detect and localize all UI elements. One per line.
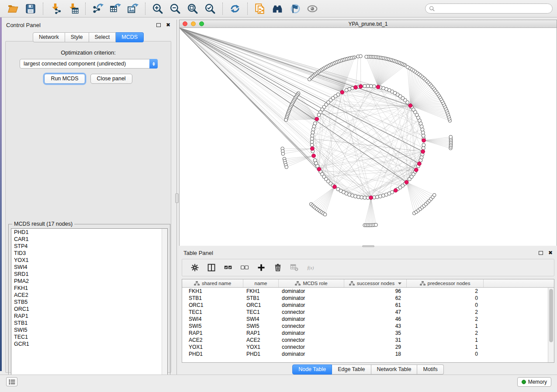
refresh-icon	[229, 3, 241, 14]
import-table-button[interactable]	[66, 2, 80, 15]
cell-succ: 62	[344, 295, 407, 302]
table-row[interactable]: TEC1TEC1connector472	[182, 309, 548, 316]
column-label: successor nodes	[357, 281, 394, 286]
binoculars-button[interactable]	[271, 2, 284, 15]
zoom-in-button[interactable]	[151, 2, 164, 15]
vertical-splitter[interactable]	[175, 20, 179, 375]
save-icon	[25, 3, 36, 14]
export-network-button[interactable]	[91, 2, 104, 15]
cell-pred: 0	[407, 302, 484, 309]
table-row[interactable]: ORC1ORC1dominator610	[182, 302, 548, 309]
network-window-titlebar[interactable]: YPA_prune.txt_1	[180, 20, 557, 28]
zoom-fit-icon	[187, 3, 198, 14]
open-folder-button[interactable]	[7, 2, 20, 15]
table-row[interactable]: ACE2ACE2connector311	[182, 337, 548, 344]
table-row[interactable]: STB1STB1dominator620	[182, 295, 548, 302]
tab-edge-table[interactable]: Edge Table	[332, 364, 371, 375]
criterion-value: largest connected component (undirected)	[20, 61, 149, 67]
network-canvas[interactable]	[180, 28, 557, 246]
column-header-name[interactable]: name	[243, 279, 279, 287]
export-table-button[interactable]	[109, 2, 122, 15]
result-node-item[interactable]: CAR1	[11, 236, 167, 243]
float-panel-icon[interactable]	[539, 251, 543, 255]
result-node-item[interactable]: ACE2	[11, 292, 167, 299]
result-node-item[interactable]: PHD1	[11, 229, 167, 236]
result-node-item[interactable]: ORC1	[11, 306, 167, 313]
tab-node-table[interactable]: Node Table	[292, 364, 332, 375]
table-row[interactable]: YOX1YOX1connector291	[182, 344, 548, 351]
result-node-item[interactable]: RAP1	[11, 313, 167, 320]
close-panel-button[interactable]: Close panel	[90, 74, 132, 84]
cell-name: STB1	[243, 295, 279, 302]
result-node-item[interactable]: FKH1	[11, 285, 167, 292]
result-node-item[interactable]: STP4	[11, 243, 167, 250]
memory-button[interactable]: Memory	[517, 377, 551, 387]
save-button[interactable]	[24, 2, 37, 15]
tab-network[interactable]: Network	[33, 32, 65, 42]
tab-style[interactable]: Style	[65, 32, 89, 42]
column-header-filler	[484, 279, 554, 287]
delete-table-button[interactable]	[288, 262, 301, 273]
result-node-item[interactable]: STB5	[11, 299, 167, 306]
column-header-MCDS-role[interactable]: MCDS role	[279, 279, 344, 287]
result-node-item[interactable]: PMA2	[11, 278, 167, 285]
result-node-item[interactable]: YOX1	[11, 257, 167, 264]
table-row[interactable]: PHD1PHD1dominator180	[182, 351, 548, 358]
import-network-button[interactable]	[49, 2, 62, 15]
tab-motifs[interactable]: Motifs	[417, 364, 443, 375]
close-panel-icon[interactable]: ✖	[166, 23, 170, 27]
select-all-button[interactable]	[221, 262, 235, 273]
tab-network-table[interactable]: Network Table	[371, 364, 418, 375]
float-panel-icon[interactable]	[156, 23, 161, 27]
result-node-item[interactable]: TID3	[11, 250, 167, 257]
result-node-item[interactable]: SRD1	[11, 271, 167, 278]
table-row[interactable]: SWI5SWI5connector431	[182, 323, 548, 330]
criterion-dropdown[interactable]: largest connected component (undirected)	[20, 59, 158, 69]
gear-button[interactable]	[188, 262, 201, 273]
result-node-item[interactable]: GCR1	[11, 340, 167, 347]
zoom-fit-button[interactable]	[186, 2, 199, 15]
cell-role: dominator	[279, 302, 344, 309]
column-label: MCDS role	[303, 281, 327, 286]
cell-pred: 2	[407, 288, 484, 295]
close-panel-icon[interactable]: ✖	[548, 251, 553, 255]
column-header-successor-nodes[interactable]: successor nodes	[344, 279, 407, 287]
result-node-item[interactable]: SWI4	[11, 264, 167, 271]
task-history-button[interactable]	[6, 377, 17, 386]
columns-icon	[207, 263, 216, 272]
column-header-predecessor-nodes[interactable]: predecessor nodes	[407, 279, 484, 287]
table-scrollbar[interactable]	[548, 288, 554, 362]
clone-network-button[interactable]	[253, 2, 266, 15]
columns-button[interactable]	[205, 262, 218, 273]
refresh-button[interactable]	[228, 2, 242, 15]
add-button[interactable]	[255, 262, 268, 273]
tab-mcds[interactable]: MCDS	[116, 32, 144, 42]
result-node-item[interactable]: STB1	[11, 320, 167, 327]
attribute-icon	[295, 281, 301, 285]
table-row[interactable]: SWI4SWI4dominator462	[182, 316, 548, 323]
export-image-button[interactable]	[126, 2, 139, 15]
splitter-grip[interactable]	[175, 193, 179, 203]
eye-icon	[307, 3, 318, 14]
svg-text:f(x): f(x)	[307, 265, 314, 271]
trash-button[interactable]	[271, 262, 284, 273]
column-header-shared-name[interactable]: shared name	[182, 279, 243, 287]
table-scrollbar-thumb[interactable]	[549, 289, 553, 342]
tab-select[interactable]: Select	[89, 32, 116, 42]
result-node-item[interactable]: SWI5	[11, 327, 167, 334]
deselect-all-button[interactable]	[238, 262, 251, 273]
result-list-scrollbar[interactable]	[162, 229, 167, 383]
function-button[interactable]: f(x)	[304, 262, 318, 273]
zoom-out-icon	[170, 3, 181, 14]
network-search[interactable]	[425, 3, 553, 14]
table-row[interactable]: FKH1FKH1dominator962	[182, 288, 548, 295]
eye-button[interactable]	[306, 2, 319, 15]
flag-button[interactable]	[288, 2, 301, 15]
horizontal-splitter-grip[interactable]	[362, 245, 374, 247]
table-row[interactable]: RAP1RAP1dominator352	[182, 330, 548, 337]
result-node-item[interactable]: TEC1	[11, 334, 167, 340]
zoom-selected-button[interactable]	[204, 2, 217, 15]
search-input[interactable]	[438, 6, 549, 12]
zoom-out-button[interactable]	[169, 2, 182, 15]
run-mcds-button[interactable]: Run MCDS	[44, 74, 85, 84]
